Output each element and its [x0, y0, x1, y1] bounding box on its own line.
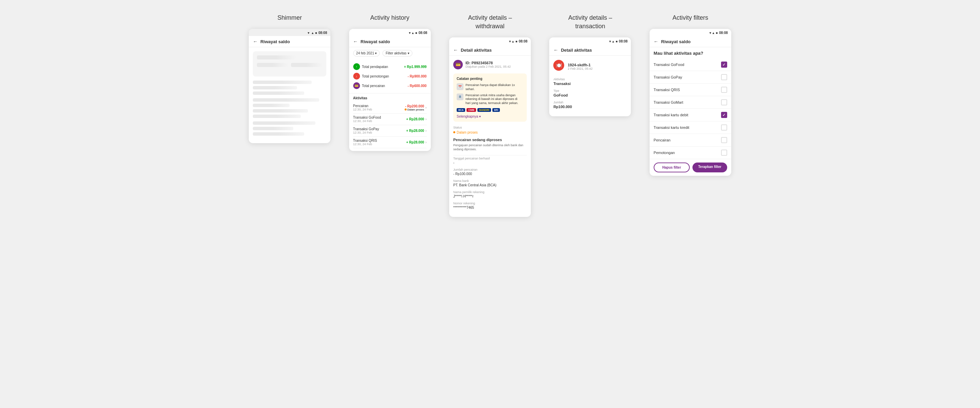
- header-title: Riwayat saldo: [260, 39, 290, 44]
- filter-item-gofood[interactable]: Transaksi GoFood ✓: [649, 59, 731, 71]
- ah-status-bar: ▼▲ ■ 08:08: [349, 29, 431, 36]
- activity-history-screen-wrapper: Activity history ▼▲ ■ 08:08 ← Riwayat sa…: [345, 14, 434, 151]
- battery-icon: ■: [515, 40, 517, 43]
- checkbox-qris[interactable]: [721, 87, 727, 93]
- tr-jumlah-section: Jumlah Rp100.000: [553, 101, 627, 109]
- wd-id-row: 💳 ID: P892345678 Diajukan pada 2 Feb 202…: [453, 60, 527, 69]
- af-back-button[interactable]: ←: [654, 39, 659, 44]
- wd-notice-title: Catatan penting: [457, 77, 523, 81]
- ah-back-button[interactable]: ←: [353, 39, 358, 44]
- shimmer-line: [253, 114, 301, 118]
- activity-time: 12:30, 24 Feb: [353, 131, 406, 134]
- summary-item-withdrawal: 💳 Total pencairan - Rp600.000: [353, 81, 427, 90]
- see-more-label: Selengkapnya: [457, 114, 478, 118]
- transaction-screen-wrapper: Activity details – transaction ▼▲ ■ 08:0…: [546, 14, 635, 116]
- tr-aktivitas-section: Aktivitas Transaksi: [553, 78, 627, 86]
- battery-icon: ■: [716, 31, 718, 35]
- tr-back-button[interactable]: ←: [553, 47, 558, 53]
- divider: [453, 155, 527, 156]
- wd-field-label-nomor: Nomor rekening: [453, 202, 527, 205]
- date-filter-btn[interactable]: 24 feb 2021 ▾: [353, 50, 380, 56]
- shimmer-screen-wrapper: Shimmer ▼ ▲ ■ 08:08 ← Riwayat saldo: [245, 14, 334, 143]
- checkbox-kartukredit[interactable]: [721, 124, 727, 130]
- activity-right: + Rp28.000 ›: [406, 140, 427, 144]
- checkbox-pencairan[interactable]: [721, 137, 727, 143]
- activity-info: Pencairan 12:30, 24 Feb: [353, 104, 404, 111]
- summary-left: ↓ Total pemotongan: [353, 73, 389, 79]
- activity-item-gofood[interactable]: Transaksi GoFood 12:30, 24 Feb + Rp28.00…: [353, 114, 427, 125]
- filter-item-pencairan[interactable]: Pencairan: [649, 134, 731, 146]
- ah-header-title: Riwayat saldo: [361, 39, 390, 44]
- wd-field-label-bank: Nama bank: [453, 179, 527, 183]
- hapus-filter-button[interactable]: Hapus filter: [654, 162, 690, 172]
- checkbox-gomart[interactable]: [721, 99, 727, 105]
- filters-title: Activity filters: [672, 14, 708, 22]
- shimmer-line: [253, 98, 319, 102]
- activity-name: Transaksi QRIS: [353, 139, 406, 143]
- see-more-btn[interactable]: Selengkapnya ▾: [457, 114, 523, 118]
- summary-item-deduction: ↓ Total pemotongan - Rp900.000: [353, 71, 427, 81]
- wd-field-value-nama: J*****i H*****r: [453, 194, 527, 198]
- shimmer-group: [253, 81, 326, 95]
- activity-filter-btn[interactable]: Filter aktivitas ▾: [382, 50, 412, 56]
- screens-container: Shimmer ▼ ▲ ■ 08:08 ← Riwayat saldo: [245, 14, 735, 217]
- withdrawal-phone: ▼▲ ■ 08:08 ← Detail aktivitas 💳 ID: P892…: [449, 37, 531, 217]
- back-button[interactable]: ←: [253, 39, 258, 44]
- activity-item-qris[interactable]: Transaksi QRIS 12:30, 24 Feb + Rp28.000 …: [353, 137, 427, 148]
- wd-back-button[interactable]: ←: [453, 47, 458, 53]
- wd-detail-content: 💳 ID: P892345678 Diajukan pada 2 Feb 202…: [449, 56, 531, 217]
- shimmer-row: [257, 63, 322, 70]
- tr-status-time: 08:08: [619, 40, 628, 43]
- withdrawal-value: - Rp600.000: [408, 84, 427, 88]
- checkbox-gofood[interactable]: ✓: [721, 62, 727, 68]
- af-status-time: 08:08: [719, 31, 728, 35]
- filter-item-pemotongan[interactable]: Pemotongan: [649, 146, 731, 159]
- status-text: Dalam proses: [407, 108, 424, 111]
- shimmer-line: [253, 86, 297, 89]
- activity-filter-label: Filter aktivitas: [385, 51, 406, 55]
- af-header-title: Riwayat saldo: [661, 39, 691, 44]
- activity-amount: + Rp28.000: [406, 129, 424, 133]
- filter-label-gomart: Transaksi GoMart: [654, 100, 683, 105]
- signal-icon: ▼▲: [408, 31, 414, 35]
- signal-icon: ▼▲: [609, 40, 615, 43]
- shimmer-group-3: [253, 121, 326, 136]
- activity-time: 12:30, 24 Feb: [353, 119, 406, 123]
- deduction-label: Total pemotongan: [362, 75, 389, 78]
- tr-icon: 🍽️: [553, 60, 564, 71]
- withdrawal-dot: 💳: [353, 82, 360, 89]
- activity-item-gopay[interactable]: Transaksi GoPay 12:30, 24 Feb + Rp28.000…: [353, 125, 427, 137]
- shimmer-card-1: [253, 51, 326, 76]
- wd-status-text: Dalam proses: [457, 130, 478, 134]
- wd-status-time: 08:08: [519, 40, 527, 43]
- filter-label-kartudebit: Transaksi kartu debit: [654, 113, 688, 117]
- shimmer-line: [253, 109, 308, 113]
- deduction-dot: ↓: [353, 73, 360, 79]
- filter-item-gopay[interactable]: Transaksi GoPay: [649, 71, 731, 84]
- wd-notice-text-1: Pencairan hanya dapat dilakukan 1x sehar…: [466, 83, 523, 91]
- checkbox-kartudebit[interactable]: ✓: [721, 112, 727, 118]
- wd-transaction-id: ID: P892345678: [466, 61, 511, 65]
- filter-item-kartudebit[interactable]: Transaksi kartu debit ✓: [649, 109, 731, 121]
- transaction-phone: ▼▲ ■ 08:08 ← Detail aktivitas 🍽️ 1924-sk…: [549, 37, 631, 116]
- checkbox-gopay[interactable]: [721, 74, 727, 80]
- filter-item-kartukredit[interactable]: Transaksi kartu kredit: [649, 121, 731, 134]
- filter-label-kartukredit: Transaksi kartu kredit: [654, 125, 689, 130]
- filter-label-gopay: Transaksi GoPay: [654, 75, 682, 79]
- shimmer-line: [253, 121, 315, 125]
- wd-header-title: Detail aktivitas: [461, 48, 492, 53]
- battery-icon: ■: [616, 40, 617, 43]
- checkbox-pemotongan[interactable]: [721, 149, 727, 156]
- terapkan-filter-button[interactable]: Terapkan filter: [692, 162, 727, 172]
- wd-status-bar: ▼▲ ■ 08:08: [449, 37, 531, 44]
- chevron-down-icon: ▾: [479, 114, 481, 118]
- filter-item-qris[interactable]: Transaksi QRIS: [649, 84, 731, 96]
- battery-icon: ■: [415, 31, 417, 35]
- shimmer-status-bar: ▼ ▲ ■ 08:08: [249, 29, 331, 36]
- activity-amount: + Rp28.000: [406, 140, 424, 144]
- summary-left: ↑ Total pendapatan: [353, 63, 388, 70]
- shimmer-content: [249, 47, 331, 143]
- filter-item-gomart[interactable]: Transaksi GoMart: [649, 96, 731, 109]
- activity-item-pencairan[interactable]: Pencairan 12:30, 24 Feb - Rp200.000 Dala…: [353, 102, 427, 114]
- filter-row: 24 feb 2021 ▾ Filter aktivitas ▾: [349, 47, 431, 59]
